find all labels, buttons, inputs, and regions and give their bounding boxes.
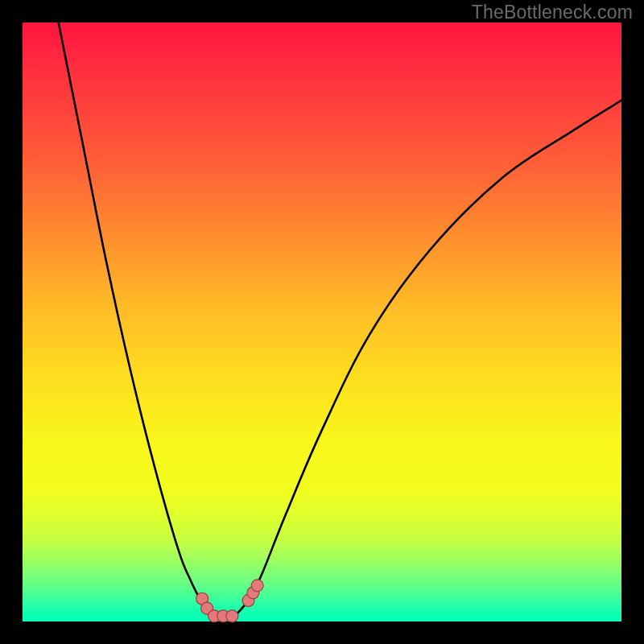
plot-area (23, 23, 621, 621)
curve-marker (226, 610, 238, 622)
curve-marker (251, 580, 263, 592)
chart-frame: TheBottleneck.com (0, 0, 644, 644)
watermark-text: TheBottleneck.com (472, 2, 633, 23)
curve-markers (196, 580, 263, 622)
bottleneck-curve (59, 23, 621, 619)
curve-layer (23, 23, 621, 621)
